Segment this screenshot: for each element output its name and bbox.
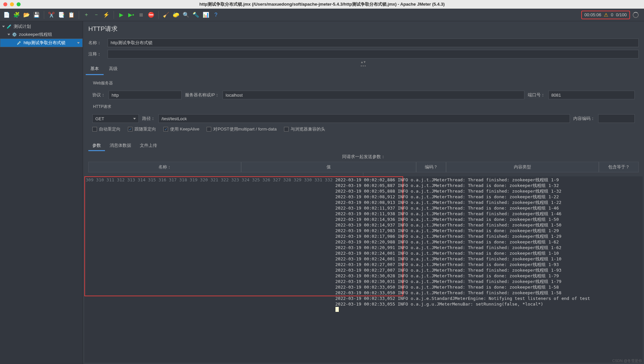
- tree-node-testplan[interactable]: 🧪 测试计划: [0, 23, 83, 31]
- titlebar: http测试争取分布式锁.jmx (/Users/maxuedong/soft/…: [0, 0, 644, 9]
- comment-label: 注释：: [88, 51, 104, 57]
- elapsed-timer: 00:05:06: [585, 12, 601, 17]
- method-value: GET: [95, 116, 104, 121]
- cb-auto-redirect[interactable]: 自动重定向: [92, 126, 121, 132]
- cut-icon[interactable]: ✂️: [47, 11, 55, 19]
- templates-icon[interactable]: 🧩: [13, 11, 21, 19]
- function-helper-icon[interactable]: 📊: [202, 11, 210, 19]
- name-input[interactable]: [108, 39, 639, 47]
- col-ctype[interactable]: 内容类型: [446, 162, 599, 172]
- log-gutter: 309 310 311 312 313 314 315 316 317 318 …: [84, 176, 334, 363]
- error-count: 0: [611, 12, 613, 17]
- log-split-handle[interactable]: ⋮•••: [83, 172, 644, 176]
- editor-pane: HTTP请求 名称： 注释： ▴▾••• 基本 高级 Web服务器 协议： 服务…: [83, 21, 644, 364]
- http-request-title: HTTP请求: [92, 103, 635, 112]
- warning-icon[interactable]: ⚠: [604, 12, 608, 18]
- log-text[interactable]: 2022-03-19 00:02:02,886 INFO o.a.j.t.JMe…: [334, 176, 643, 363]
- copy-icon[interactable]: 📑: [57, 11, 65, 19]
- activity-indicator-icon: [633, 12, 639, 18]
- comment-input[interactable]: [108, 50, 639, 58]
- collapse-icon[interactable]: －: [92, 11, 100, 19]
- subtab-params[interactable]: 参数: [88, 141, 105, 151]
- disclosure-icon[interactable]: [8, 34, 10, 36]
- tree-node-http-sampler[interactable]: 💉 http测试争取分布式锁: [0, 39, 83, 47]
- web-server-section: Web服务器 协议： 服务器名称或IP： 端口号： HTTP请求 GET 路径：…: [88, 76, 639, 136]
- protocol-label: 协议：: [92, 92, 105, 98]
- port-input[interactable]: [548, 91, 635, 99]
- gear-icon: ⚙️: [12, 32, 17, 37]
- path-label: 路径：: [142, 116, 155, 122]
- expand-icon[interactable]: ＋: [82, 11, 90, 19]
- stop-icon[interactable]: ⏹: [137, 11, 145, 19]
- tree-label: 测试计划: [14, 24, 31, 30]
- tree-node-threadgroup[interactable]: ⚙️ zookeeper线程组: [0, 31, 83, 39]
- cb-keepalive[interactable]: 使用 KeepAlive: [163, 126, 199, 132]
- minimize-window-button[interactable]: [10, 2, 14, 6]
- pipette-icon: 💉: [16, 40, 22, 46]
- config-tabs: 基本 高级: [83, 64, 644, 75]
- thread-count: 0/100: [616, 12, 627, 17]
- port-label: 端口号：: [528, 92, 545, 98]
- toolbar: 📄 🧩 📂 💾 ✂️ 📑 📋 ＋ － ⚡ ▶ ▶• ⏹ ⛔ 🧹 🧽 🔍 🔦 📊 …: [0, 9, 644, 21]
- window-title: http测试争取分布式锁.jmx (/Users/maxuedong/soft/…: [199, 1, 444, 7]
- pane-heading: HTTP请求: [83, 21, 644, 37]
- tab-advanced[interactable]: 高级: [104, 64, 122, 75]
- col-value[interactable]: 值: [241, 162, 416, 172]
- tab-basic[interactable]: 基本: [86, 64, 104, 75]
- new-icon[interactable]: 📄: [3, 11, 11, 19]
- encoding-input[interactable]: [598, 114, 635, 123]
- col-include[interactable]: 包含等于？: [599, 162, 639, 172]
- run-status-box: 00:05:06 ⚠ 0 0/100: [581, 11, 630, 19]
- cb-follow-redirect[interactable]: 跟随重定向: [128, 126, 156, 132]
- search-icon[interactable]: 🔍: [182, 11, 190, 19]
- method-select[interactable]: GET: [92, 114, 139, 123]
- tree-label: zookeeper线程组: [19, 32, 52, 38]
- server-label: 服务器名称或IP：: [185, 92, 219, 98]
- help-icon[interactable]: ?: [212, 11, 220, 19]
- name-label: 名称：: [88, 40, 104, 46]
- shutdown-icon[interactable]: ⛔: [147, 11, 155, 19]
- tree-label: http测试争取分布式锁: [24, 40, 65, 46]
- watermark: CSDN @冬雪是你: [612, 358, 642, 363]
- zoom-window-button[interactable]: [17, 2, 21, 6]
- start-no-pause-icon[interactable]: ▶•: [127, 11, 135, 19]
- clear-icon[interactable]: 🧹: [162, 11, 170, 19]
- traffic-lights: [3, 2, 21, 6]
- start-icon[interactable]: ▶: [117, 11, 125, 19]
- path-input[interactable]: [158, 114, 570, 123]
- subtab-files[interactable]: 文件上传: [136, 141, 161, 151]
- cb-browser-compat[interactable]: 与浏览器兼容的头: [284, 126, 325, 132]
- params-header: 名称： 值 编码？ 内容类型 包含等于？: [88, 162, 639, 172]
- subtab-body[interactable]: 消息体数据: [106, 141, 135, 151]
- params-caption: 同请求一起发送参数：: [83, 151, 644, 162]
- clear-all-icon[interactable]: 🧽: [172, 11, 180, 19]
- main-split: 🧪 测试计划 ⚙️ zookeeper线程组 💉 http测试争取分布式锁 HT…: [0, 21, 644, 364]
- col-name[interactable]: 名称：: [88, 162, 241, 172]
- test-plan-tree[interactable]: 🧪 测试计划 ⚙️ zookeeper线程组 💉 http测试争取分布式锁: [0, 21, 83, 364]
- disclosure-icon[interactable]: [2, 26, 5, 28]
- close-window-button[interactable]: [3, 2, 7, 6]
- collapse-handle[interactable]: ▴▾•••: [83, 60, 644, 64]
- col-encode[interactable]: 编码？: [416, 162, 446, 172]
- server-input[interactable]: [223, 91, 524, 99]
- protocol-input[interactable]: [109, 91, 182, 99]
- log-panel[interactable]: 309 310 311 312 313 314 315 316 317 318 …: [84, 176, 643, 363]
- body-subtabs: 参数 消息体数据 文件上传: [83, 139, 644, 151]
- encoding-label: 内容编码：: [573, 116, 595, 122]
- cb-multipart[interactable]: 对POST使用multipart / form-data: [207, 126, 277, 132]
- web-server-title: Web服务器: [92, 80, 635, 89]
- save-icon[interactable]: 💾: [33, 11, 41, 19]
- toggle-icon[interactable]: ⚡: [102, 11, 110, 19]
- reset-search-icon[interactable]: 🔦: [192, 11, 200, 19]
- paste-icon[interactable]: 📋: [67, 11, 75, 19]
- flask-icon: 🧪: [6, 24, 12, 29]
- open-icon[interactable]: 📂: [23, 11, 31, 19]
